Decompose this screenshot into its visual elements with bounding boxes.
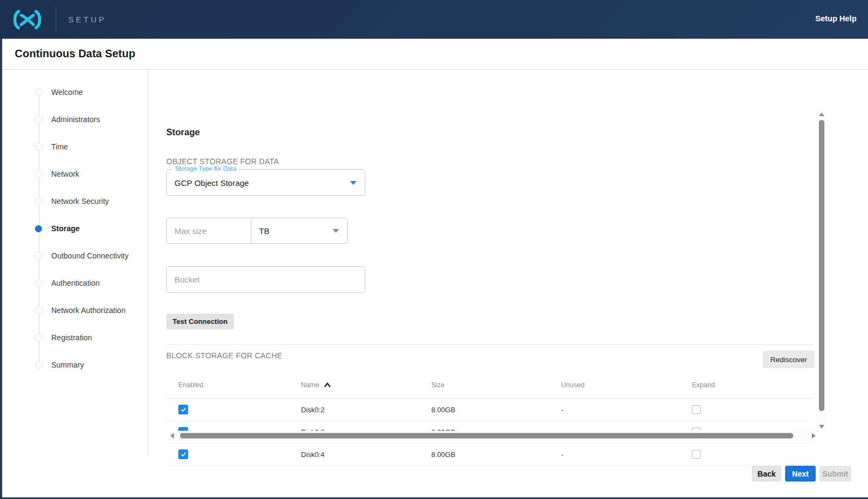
expand-checkbox[interactable] xyxy=(692,450,701,459)
step-label: Summary xyxy=(51,360,84,369)
page-title-bar: Continuous Data Setup xyxy=(2,39,868,70)
column-header-size: Size xyxy=(426,381,556,389)
enabled-checkbox-checked[interactable] xyxy=(178,405,188,414)
wizard-sidebar: WelcomeAdministratorsTimeNetworkNetwork … xyxy=(2,70,148,456)
section-heading: Storage xyxy=(166,127,200,137)
chevron-down-icon xyxy=(350,181,357,185)
sort-ascending-icon xyxy=(323,382,331,388)
top-app-bar: SETUP Setup Help xyxy=(0,0,868,39)
expand-checkbox[interactable] xyxy=(692,405,701,414)
delphix-logo-icon xyxy=(11,7,44,33)
storage-type-label: Storage Type for Data xyxy=(172,165,239,172)
step-circle-icon xyxy=(35,252,43,260)
disk-unused-cell: - xyxy=(556,450,686,459)
sidebar-step-network[interactable]: Network xyxy=(2,167,148,181)
setup-help-link[interactable]: Setup Help xyxy=(815,14,857,23)
next-button[interactable]: Next xyxy=(785,466,816,482)
step-label: Registration xyxy=(51,333,92,342)
page-title: Continuous Data Setup xyxy=(15,47,135,60)
table-row: Disk0:28.00GB- xyxy=(166,399,813,421)
wizard-actions: Back Next Submit xyxy=(752,466,851,482)
step-circle-icon xyxy=(35,170,43,178)
disks-table: Enabled Name Size Unused Expand Disk0:28… xyxy=(166,371,813,466)
scroll-up-icon[interactable] xyxy=(819,112,824,116)
size-unit-select[interactable]: TB xyxy=(251,218,348,244)
column-header-unused: Unused xyxy=(556,381,686,389)
disk-name-cell: Disk0:4 xyxy=(296,450,426,459)
object-storage-title: OBJECT STORAGE FOR DATA xyxy=(166,157,279,166)
submit-button[interactable]: Submit xyxy=(819,466,851,482)
sidebar-step-storage[interactable]: Storage xyxy=(2,222,148,235)
scroll-left-icon[interactable] xyxy=(170,433,174,438)
sidebar-step-authentication[interactable]: Authentication xyxy=(2,276,148,290)
sidebar-step-registration[interactable]: Registration xyxy=(2,331,148,344)
disk-size-cell: 8.00GB xyxy=(426,450,556,459)
step-label: Network Security xyxy=(51,197,109,206)
step-circle-icon xyxy=(35,361,43,369)
step-label: Authentication xyxy=(51,279,100,287)
sidebar-step-time[interactable]: Time xyxy=(2,140,148,153)
column-header-expand: Expand xyxy=(686,381,813,389)
rediscover-button[interactable]: Rediscover xyxy=(763,351,815,368)
sidebar-step-network-authorization[interactable]: Network Authorization xyxy=(2,304,148,317)
vertical-scrollbar-thumb[interactable] xyxy=(819,120,824,411)
size-unit-value: TB xyxy=(259,226,269,236)
step-label: Time xyxy=(51,142,68,151)
disk-unused-cell: - xyxy=(556,406,686,414)
step-circle-icon xyxy=(35,88,43,96)
storage-form: Storage OBJECT STORAGE FOR DATA Storage … xyxy=(148,70,868,497)
disk-size-cell: 8.00GB xyxy=(426,406,556,414)
table-header-row: Enabled Name Size Unused Expand xyxy=(166,371,813,399)
back-button[interactable]: Back xyxy=(752,466,781,482)
step-circle-icon xyxy=(35,306,43,314)
step-label: Network Authorization xyxy=(51,306,125,315)
page-container: Continuous Data Setup WelcomeAdministrat… xyxy=(2,39,868,497)
storage-type-value: GCP Object Storage xyxy=(174,178,249,187)
step-label: Outbound Connectivity xyxy=(51,251,129,260)
column-header-enabled: Enabled xyxy=(166,381,296,389)
bucket-input[interactable] xyxy=(166,266,365,293)
vertical-scrollbar[interactable] xyxy=(817,109,827,431)
sidebar-step-administrators[interactable]: Administrators xyxy=(2,113,148,126)
step-circle-icon xyxy=(35,197,43,205)
horizontal-scrollbar-thumb[interactable] xyxy=(180,433,793,438)
storage-type-select[interactable]: Storage Type for Data GCP Object Storage xyxy=(166,169,365,196)
step-circle-icon xyxy=(35,334,43,341)
sidebar-step-summary[interactable]: Summary xyxy=(2,358,148,371)
section-divider xyxy=(166,344,813,345)
block-storage-title: BLOCK STORAGE FOR CACHE xyxy=(166,351,282,360)
chevron-down-icon xyxy=(333,229,339,233)
scroll-right-icon[interactable] xyxy=(812,433,816,438)
product-name: SETUP xyxy=(68,15,106,24)
step-active-dot-icon xyxy=(35,225,42,232)
enabled-checkbox-checked[interactable] xyxy=(178,449,188,459)
header-divider xyxy=(56,7,56,32)
step-label: Network xyxy=(51,170,79,178)
sidebar-step-outbound-connectivity[interactable]: Outbound Connectivity xyxy=(2,249,148,262)
scroll-down-icon[interactable] xyxy=(819,425,824,429)
step-label: Welcome xyxy=(51,88,83,97)
column-header-name[interactable]: Name xyxy=(296,381,426,389)
test-connection-button[interactable]: Test Connection xyxy=(166,314,234,329)
step-circle-icon xyxy=(35,116,43,123)
step-label: Administrators xyxy=(51,115,100,124)
horizontal-scrollbar[interactable] xyxy=(168,431,817,441)
sidebar-step-network-security[interactable]: Network Security xyxy=(2,195,148,208)
max-size-input[interactable] xyxy=(166,218,262,244)
table-row: Disk0:48.00GB- xyxy=(166,443,813,466)
setup-window: SETUP Setup Help Continuous Data Setup W… xyxy=(0,0,868,499)
step-circle-icon xyxy=(35,143,43,151)
step-label: Storage xyxy=(51,224,80,233)
disk-name-cell: Disk0:2 xyxy=(296,406,426,414)
step-circle-icon xyxy=(35,279,43,287)
sidebar-step-welcome[interactable]: Welcome xyxy=(2,86,148,99)
